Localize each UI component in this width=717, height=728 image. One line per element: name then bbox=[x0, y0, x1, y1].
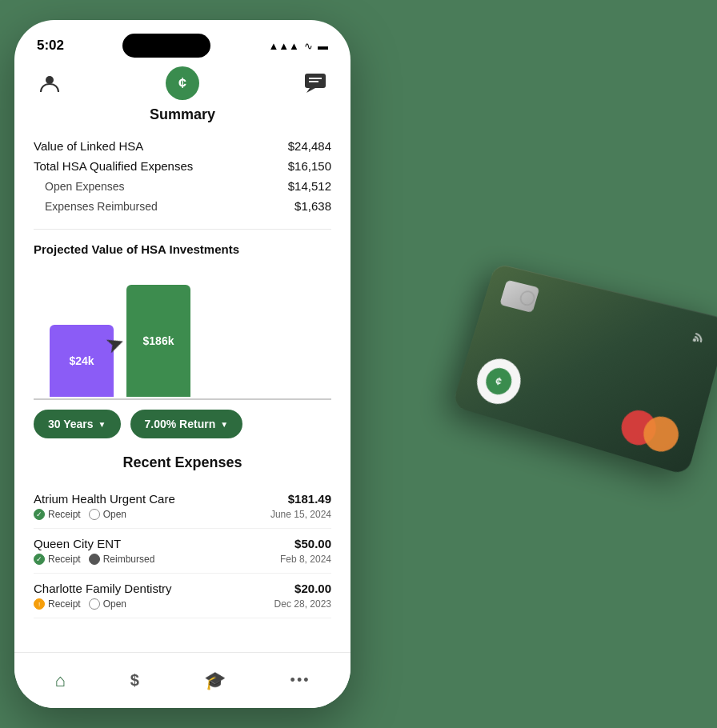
summary-row-hsa-value: Value of Linked HSA $24,484 bbox=[34, 136, 331, 156]
svg-point-0 bbox=[46, 76, 54, 84]
status-tag-1: Reimbursed bbox=[89, 554, 155, 565]
return-chevron-icon: ▼ bbox=[220, 420, 228, 429]
chart-title: Projected Value of HSA Investments bbox=[34, 242, 331, 256]
expense-date-1: Feb 8, 2024 bbox=[280, 554, 331, 565]
chart-baseline bbox=[34, 398, 331, 400]
status-label-0: Open bbox=[103, 509, 126, 520]
return-select-button[interactable]: 7.00% Return ▼ bbox=[130, 410, 243, 438]
status-tag-2: Open bbox=[89, 598, 126, 610]
summary-row-reimbursed: Expenses Reimbursed $1,638 bbox=[34, 196, 331, 216]
summary-amount-reimbursed: $1,638 bbox=[294, 199, 331, 213]
status-icons: ▲▲▲ ∿ ▬ bbox=[268, 40, 328, 52]
svg-rect-1 bbox=[305, 74, 326, 88]
svg-point-4 bbox=[692, 338, 696, 342]
education-icon: 🎓 bbox=[204, 670, 226, 691]
status-circle-icon-0 bbox=[89, 509, 100, 520]
main-content: Summary Value of Linked HSA $24,484 Tota… bbox=[14, 106, 350, 652]
bar-current: $24k ➤ bbox=[50, 325, 114, 397]
expense-tags-0: ✓ Receipt Open bbox=[34, 509, 126, 520]
credit-card: ¢ bbox=[452, 263, 717, 476]
status-filled-icon-1 bbox=[89, 554, 100, 565]
tab-expenses[interactable]: $ bbox=[118, 665, 152, 696]
card-nfc-icon bbox=[681, 327, 707, 355]
phone-frame: 5:02 ▲▲▲ ∿ ▬ ¢ bbox=[14, 20, 350, 708]
tab-bar: ⌂ $ 🎓 ••• bbox=[14, 652, 350, 708]
divider-1 bbox=[34, 229, 331, 230]
expense-amount-1: $50.00 bbox=[294, 537, 331, 550]
status-label-1: Reimbursed bbox=[103, 554, 155, 565]
tab-home[interactable]: ⌂ bbox=[42, 664, 78, 698]
years-label: 30 Years bbox=[48, 418, 94, 430]
summary-label-reimbursed: Expenses Reimbursed bbox=[45, 200, 158, 213]
receipt-tag-2: ! Receipt bbox=[34, 598, 81, 610]
expense-tags-1: ✓ Receipt Reimbursed bbox=[34, 554, 154, 565]
card-logo-circle: ¢ bbox=[471, 354, 526, 409]
chart-section: Projected Value of HSA Investments $24k … bbox=[34, 242, 331, 438]
status-bar: 5:02 ▲▲▲ ∿ ▬ bbox=[14, 20, 350, 60]
expense-item-0[interactable]: Atrium Health Urgent Care $181.49 ✓ Rece… bbox=[34, 484, 331, 529]
expenses-title: Recent Expenses bbox=[34, 454, 331, 471]
summary-row-open: Open Expenses $14,512 bbox=[34, 176, 331, 196]
receipt-check-icon-0: ✓ bbox=[34, 509, 45, 520]
status-circle-icon-2 bbox=[89, 598, 100, 610]
bar-current-label: $24k bbox=[69, 354, 94, 367]
summary-amount-hsa-value: $24,484 bbox=[288, 139, 331, 153]
card-logo-inner: ¢ bbox=[483, 365, 515, 398]
home-icon: ⌂ bbox=[54, 670, 65, 691]
expense-name-0: Atrium Health Urgent Care bbox=[34, 492, 175, 506]
receipt-tag-0: ✓ Receipt bbox=[34, 509, 81, 520]
mastercard-logo bbox=[618, 406, 683, 456]
battery-icon: ▬ bbox=[318, 40, 328, 52]
bar-group: $24k ➤ $186k bbox=[50, 285, 190, 397]
expense-amount-0: $181.49 bbox=[288, 492, 331, 506]
return-label: 7.00% Return bbox=[145, 418, 216, 430]
receipt-check-icon-1: ✓ bbox=[34, 554, 45, 565]
expense-item-1[interactable]: Queen City ENT $50.00 ✓ Receipt bbox=[34, 529, 331, 574]
expense-item-2[interactable]: Charlotte Family Dentistry $20.00 ! Rece… bbox=[34, 574, 331, 618]
status-time: 5:02 bbox=[37, 38, 64, 54]
tab-education[interactable]: 🎓 bbox=[191, 664, 238, 698]
expense-tags-2: ! Receipt Open bbox=[34, 598, 126, 610]
more-icon: ••• bbox=[290, 672, 310, 689]
summary-label-open: Open Expenses bbox=[45, 180, 125, 193]
messages-icon[interactable] bbox=[302, 70, 328, 96]
summary-label-hsa-value: Value of Linked HSA bbox=[34, 139, 143, 153]
arrow-icon: ➤ bbox=[102, 328, 128, 359]
receipt-tag-1: ✓ Receipt bbox=[34, 554, 81, 565]
years-chevron-icon: ▼ bbox=[98, 420, 106, 429]
chart-area: $24k ➤ $186k bbox=[34, 272, 331, 400]
expense-name-1: Queen City ENT bbox=[34, 537, 121, 550]
expense-date-0: June 15, 2024 bbox=[270, 509, 331, 520]
card-top bbox=[499, 280, 707, 356]
status-tag-0: Open bbox=[89, 509, 126, 520]
summary-amount-open: $14,512 bbox=[288, 179, 331, 193]
nav-bar: ¢ bbox=[14, 60, 350, 106]
receipt-label-0: Receipt bbox=[48, 509, 81, 520]
chart-buttons: 30 Years ▼ 7.00% Return ▼ bbox=[34, 410, 331, 438]
card-logo-symbol: ¢ bbox=[494, 374, 503, 388]
receipt-label-2: Receipt bbox=[48, 598, 81, 610]
summary-row-qualified: Total HSA Qualified Expenses $16,150 bbox=[34, 156, 331, 176]
bar-projected: $186k bbox=[126, 285, 190, 397]
summary-title: Summary bbox=[34, 106, 331, 123]
signal-icon: ▲▲▲ bbox=[268, 40, 299, 52]
status-label-2: Open bbox=[103, 598, 126, 610]
expenses-section: Recent Expenses Atrium Health Urgent Car… bbox=[34, 454, 331, 618]
summary-section: Summary Value of Linked HSA $24,484 Tota… bbox=[34, 106, 331, 216]
bar-projected-label: $186k bbox=[143, 334, 174, 347]
expense-name-2: Charlotte Family Dentistry bbox=[34, 582, 172, 595]
dollar-icon: $ bbox=[130, 671, 139, 690]
dynamic-island bbox=[122, 34, 210, 58]
expense-amount-2: $20.00 bbox=[294, 582, 331, 595]
summary-label-qualified: Total HSA Qualified Expenses bbox=[34, 159, 193, 173]
summary-amount-qualified: $16,150 bbox=[288, 159, 331, 173]
expense-date-2: Dec 28, 2023 bbox=[274, 598, 331, 610]
profile-icon[interactable] bbox=[37, 70, 62, 96]
wifi-icon: ∿ bbox=[304, 40, 313, 52]
tab-more[interactable]: ••• bbox=[278, 666, 323, 695]
app-logo: ¢ bbox=[166, 66, 199, 100]
years-select-button[interactable]: 30 Years ▼ bbox=[34, 410, 121, 438]
receipt-label-1: Receipt bbox=[48, 554, 81, 565]
card-bottom: ¢ bbox=[471, 354, 686, 455]
card-chip bbox=[499, 280, 539, 313]
